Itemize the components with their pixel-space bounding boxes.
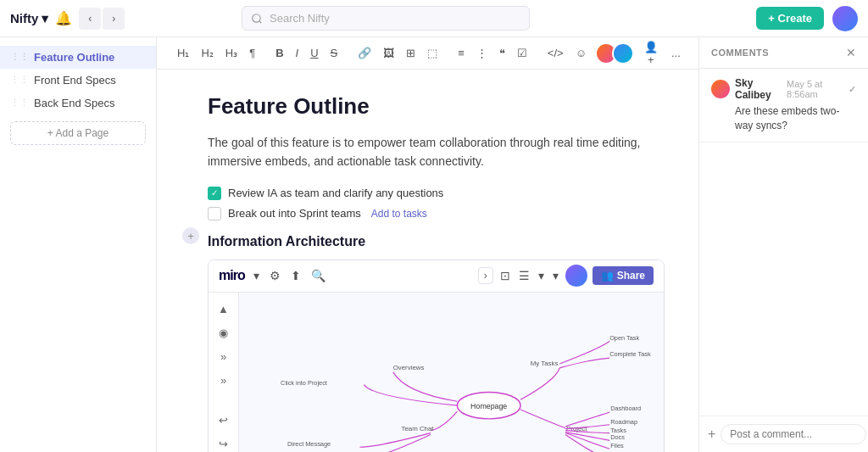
close-comments-button[interactable]: ✕ <box>846 46 856 59</box>
miro-tool-arrows[interactable]: » <box>214 347 234 367</box>
miro-share-button[interactable]: 👥 Share <box>593 266 654 285</box>
brand-name: Nifty <box>10 11 38 25</box>
sidebar-item-label: Feature Outline <box>34 51 114 64</box>
notifications-icon[interactable]: 🔔 <box>55 10 72 26</box>
quote-button[interactable]: ❝ <box>496 45 509 61</box>
emoji-button[interactable]: ☺ <box>572 45 590 61</box>
underline-button[interactable]: U <box>307 45 321 61</box>
miro-toolbar: miro ▾ ⚙ ⬆ 🔍 › ⊡ ☰ ▾ ▾ 👥 Share <box>209 260 664 293</box>
ordered-button[interactable]: ⋮ <box>473 45 491 61</box>
miro-body: ▲ ◉ » » ↩ ↪ ⊞ Homepag <box>209 293 664 452</box>
miro-search-button[interactable]: 🔍 <box>309 267 327 284</box>
top-navigation: Nifty ▾ 🔔 ‹ › + Create <box>0 0 868 37</box>
image-button[interactable]: 🖼 <box>380 45 398 61</box>
miro-settings-button[interactable]: ⚙ <box>268 267 282 284</box>
more-options-button[interactable]: ... <box>668 45 684 61</box>
add-page-button[interactable]: + Add a Page <box>10 121 146 145</box>
sidebar: ⋮⋮ Feature Outline ⋮⋮ Front End Specs ⋮⋮… <box>0 37 157 452</box>
miro-list-button[interactable]: ☰ <box>517 267 531 284</box>
link-button[interactable]: 🔗 <box>354 45 375 61</box>
content-area: H₁ H₂ H₃ ¶ B I U S 🔗 🖼 ⊞ ⬚ ≡ ⋮ ❝ ☑ </> ☺ <box>157 37 698 452</box>
h3-button[interactable]: H₃ <box>222 45 241 61</box>
svg-text:Homepage: Homepage <box>470 402 507 410</box>
sidebar-item-label: Back End Specs <box>34 97 114 109</box>
svg-text:Files: Files <box>610 442 624 449</box>
comment-input-area: + 🎤 🐱 ➤ <box>699 416 868 452</box>
document-area: Feature Outline The goal of this feature… <box>157 70 698 452</box>
checkbox-unchecked-icon[interactable] <box>208 207 221 220</box>
embed-button[interactable]: ⬚ <box>424 45 441 61</box>
svg-text:Direct Message: Direct Message <box>287 440 331 448</box>
miro-tool-select[interactable]: ◉ <box>214 323 234 343</box>
nav-forward-button[interactable]: › <box>103 8 125 30</box>
miro-tool-down[interactable]: » <box>214 371 234 391</box>
toolbar-right: 👤+ ... <box>595 39 684 68</box>
svg-text:Complete Task: Complete Task <box>609 350 651 358</box>
comments-header: COMMENTS ✕ <box>699 37 868 69</box>
miro-tool-cursor[interactable]: ▲ <box>214 299 234 320</box>
italic-button[interactable]: I <box>292 45 303 61</box>
miro-embed: miro ▾ ⚙ ⬆ 🔍 › ⊡ ☰ ▾ ▾ 👥 Share <box>208 259 665 452</box>
miro-nav-prev[interactable]: › <box>478 267 493 284</box>
section-title: Information Architecture <box>208 234 665 249</box>
create-button[interactable]: + Create <box>756 7 824 30</box>
brand-logo[interactable]: Nifty ▾ <box>10 11 48 26</box>
paragraph-button[interactable]: ¶ <box>246 45 259 61</box>
add-block-button[interactable]: + <box>182 227 199 244</box>
add-to-tasks-link[interactable]: Add to tasks <box>371 208 427 220</box>
h2-button[interactable]: H₂ <box>198 45 216 61</box>
nav-back-button[interactable]: ‹ <box>79 8 101 30</box>
comment-item: Sky Calibey May 5 at 8:56am ✓ Are these … <box>699 69 868 142</box>
checklist-item-text: Break out into Sprint teams <box>228 207 361 220</box>
miro-chevron-button[interactable]: ▾ <box>252 267 261 284</box>
user-avatar[interactable] <box>832 6 858 31</box>
document-title: Feature Outline <box>208 93 665 120</box>
miro-tool-undo[interactable]: ↩ <box>214 410 234 431</box>
add-attachment-button[interactable]: + <box>708 427 715 442</box>
formatting-toolbar: H₁ H₂ H₃ ¶ B I U S 🔗 🖼 ⊞ ⬚ ≡ ⋮ ❝ ☑ </> ☺ <box>157 37 698 70</box>
strikethrough-button[interactable]: S <box>327 45 342 61</box>
bold-button[interactable]: B <box>272 45 287 61</box>
miro-logo: miro <box>219 268 245 283</box>
add-page-label: + Add a Page <box>47 127 108 139</box>
mindmap-svg: Homepage Overviews Click into Project My… <box>239 293 664 452</box>
nav-right: + Create <box>756 6 858 31</box>
search-container <box>242 6 530 31</box>
checkbox-button[interactable]: ☑ <box>514 45 531 61</box>
image2-button[interactable]: ⊞ <box>403 45 419 61</box>
miro-frame-button[interactable]: ⊡ <box>498 267 512 284</box>
svg-text:Docs: Docs <box>610 433 625 441</box>
miro-tools: ▲ ◉ » » ↩ ↪ ⊞ <box>209 293 239 452</box>
miro-tool-redo[interactable]: ↪ <box>214 434 234 452</box>
svg-text:My Tasks: My Tasks <box>531 360 559 367</box>
miro-export-button[interactable]: ⬆ <box>289 267 303 284</box>
comment-input[interactable] <box>721 424 866 444</box>
drag-icon: ⋮⋮ <box>10 52 29 63</box>
miro-expand-button[interactable]: ▾ <box>537 267 546 284</box>
checkbox-checked-icon[interactable]: ✓ <box>208 187 221 200</box>
svg-text:Dashboard: Dashboard <box>610 405 641 412</box>
sidebar-item-feature-outline[interactable]: ⋮⋮ Feature Outline <box>0 46 156 69</box>
miro-canvas[interactable]: Homepage Overviews Click into Project My… <box>239 293 664 452</box>
comments-panel: COMMENTS ✕ Sky Calibey May 5 at 8:56am ✓… <box>698 37 868 452</box>
comment-author-avatar <box>711 80 730 98</box>
svg-text:Overviews: Overviews <box>393 364 425 371</box>
sidebar-item-front-end-specs[interactable]: ⋮⋮ Front End Specs <box>0 69 156 92</box>
miro-dropdown-button[interactable]: ▾ <box>551 267 560 284</box>
main-area: ⋮⋮ Feature Outline ⋮⋮ Front End Specs ⋮⋮… <box>0 37 868 452</box>
sidebar-item-back-end-specs[interactable]: ⋮⋮ Back End Specs <box>0 92 156 114</box>
checklist-item-text: Review IA as team and clarify any questi… <box>228 187 443 199</box>
nav-arrows: ‹ › <box>79 8 125 30</box>
checklist: ✓ Review IA as team and clarify any ques… <box>208 187 665 220</box>
h1-button[interactable]: H₁ <box>174 45 192 61</box>
svg-text:Team Chat: Team Chat <box>402 424 435 432</box>
add-collaborator-button[interactable]: 👤+ <box>641 39 661 68</box>
list-button[interactable]: ≡ <box>454 45 468 61</box>
search-input[interactable] <box>242 6 530 31</box>
drag-icon: ⋮⋮ <box>10 98 29 109</box>
drag-icon: ⋮⋮ <box>10 75 29 86</box>
miro-right: › ⊡ ☰ ▾ ▾ 👥 Share <box>478 265 654 287</box>
comment-timestamp: May 5 at 8:56am <box>787 79 843 99</box>
checklist-item-1: ✓ Review IA as team and clarify any ques… <box>208 187 665 200</box>
code-button[interactable]: </> <box>544 45 567 61</box>
